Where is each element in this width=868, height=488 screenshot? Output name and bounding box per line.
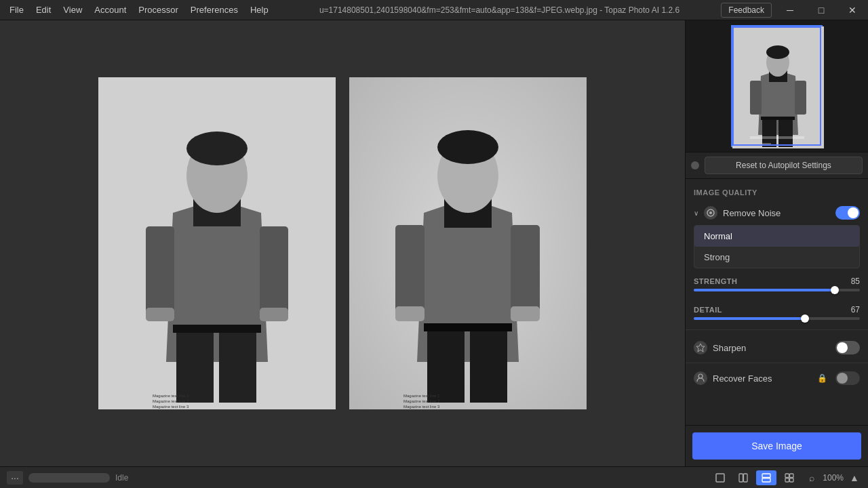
detail-thumb[interactable] [801, 314, 809, 323]
status-progress-bar [28, 473, 110, 483]
view-split-h-button[interactable] [733, 470, 753, 485]
svg-rect-9 [176, 328, 214, 403]
svg-text:Magazine text line 1: Magazine text line 1 [403, 394, 440, 398]
recover-faces-icon [694, 371, 707, 385]
svg-text:Magazine text line 2: Magazine text line 2 [403, 399, 440, 403]
after-photo-svg: Magazine text line 1 Magazine text line … [349, 77, 587, 409]
svg-rect-56 [785, 478, 789, 482]
svg-rect-40 [795, 81, 806, 115]
sharpen-icon [694, 341, 707, 354]
detail-track [694, 317, 860, 320]
svg-rect-44 [734, 143, 771, 146]
sidebar: Reset to Autopilot Settings IMAGE QUALIT… [685, 20, 868, 466]
before-photo-svg: Magazine text line 1 Magazine text line … [98, 77, 336, 409]
canvas-area[interactable]: Magazine text line 1 Magazine text line … [0, 20, 685, 466]
svg-marker-47 [696, 344, 705, 352]
main-area: Magazine text line 1 Magazine text line … [0, 20, 868, 466]
before-photo-panel: Magazine text line 1 Magazine text line … [98, 77, 336, 409]
detail-fill [694, 317, 805, 320]
menu-preferences[interactable]: Preferences [185, 3, 243, 17]
image-quality-header: IMAGE QUALITY [686, 186, 868, 202]
svg-rect-8 [260, 226, 288, 314]
sharpen-row: Sharpen [686, 337, 868, 359]
svg-rect-41 [762, 119, 776, 147]
svg-rect-42 [778, 119, 793, 147]
strength-label: STRENGTH [694, 277, 738, 285]
svg-point-23 [437, 130, 498, 164]
thumbnail-area [686, 20, 868, 152]
recover-faces-label: Recover Faces [713, 373, 812, 384]
menu-edit[interactable]: Edit [31, 3, 56, 17]
option-strong[interactable]: Strong [694, 247, 859, 268]
menu-help[interactable]: Help [245, 3, 274, 17]
zoom-expand-button[interactable]: ▲ [848, 471, 861, 485]
svg-rect-57 [790, 478, 794, 482]
svg-rect-29 [395, 306, 425, 321]
svg-rect-54 [785, 474, 789, 478]
reset-autopilot-button[interactable]: Reset to Autopilot Settings [705, 157, 863, 174]
strength-slider-section: STRENGTH 85 [686, 272, 868, 294]
strength-track [694, 289, 860, 291]
zoom-fit-button[interactable]: ⌕ [805, 471, 818, 485]
svg-text:Magazine text line 2: Magazine text line 2 [153, 399, 189, 403]
sharpen-label: Sharpen [713, 343, 830, 353]
close-button[interactable]: ✕ [837, 0, 868, 20]
menu-view[interactable]: View [58, 3, 87, 17]
zoom-level: 100% [823, 473, 844, 483]
remove-noise-options: Normal Strong [694, 225, 860, 268]
status-label: Idle [115, 473, 128, 483]
feedback-button[interactable]: Feedback [721, 3, 772, 18]
svg-point-38 [766, 45, 789, 59]
window-controls: ─ □ ✕ [774, 0, 868, 20]
svg-rect-28 [424, 323, 512, 331]
menu-file[interactable]: File [4, 3, 29, 17]
svg-point-48 [698, 374, 703, 378]
view-compare-button[interactable] [779, 470, 800, 485]
save-area: Save Image [686, 425, 868, 466]
menu-bar: File Edit View Account Processor Prefere… [0, 3, 278, 17]
svg-text:Magazine text line 3: Magazine text line 3 [153, 405, 189, 409]
svg-rect-25 [511, 225, 540, 314]
svg-rect-30 [511, 306, 540, 321]
save-image-button[interactable]: Save Image [692, 432, 861, 460]
svg-rect-43 [761, 117, 795, 120]
view-single-button[interactable] [710, 470, 730, 485]
svg-rect-55 [790, 474, 794, 478]
strength-thumb[interactable] [831, 286, 839, 294]
menu-processor[interactable]: Processor [133, 3, 184, 17]
view-mode-controls [710, 470, 800, 485]
maximize-button[interactable]: □ [806, 0, 837, 20]
option-normal[interactable]: Normal [694, 226, 859, 247]
view-split-v-button[interactable] [756, 470, 776, 485]
detail-value: 67 [841, 305, 860, 314]
recover-faces-row: Recover Faces 🔒 [686, 367, 868, 389]
autopilot-row: Reset to Autopilot Settings [686, 152, 868, 179]
thumbnail-scroll-indicator [750, 136, 804, 139]
svg-point-6 [186, 131, 248, 165]
svg-rect-49 [716, 474, 724, 482]
svg-rect-26 [427, 327, 465, 403]
strength-fill [694, 289, 835, 291]
bottom-left: ··· Idle [7, 471, 705, 485]
detail-slider-section: DETAIL 67 [686, 301, 868, 323]
menu-account[interactable]: Account [89, 3, 132, 17]
svg-rect-52 [762, 474, 770, 478]
minimize-button[interactable]: ─ [774, 0, 806, 20]
svg-rect-27 [470, 327, 507, 403]
svg-rect-13 [260, 308, 288, 321]
autopilot-indicator [691, 161, 699, 169]
svg-text:Magazine text line 1: Magazine text line 1 [153, 394, 189, 398]
options-dots-button[interactable]: ··· [7, 471, 23, 485]
remove-noise-row: ∨ Remove Noise [686, 202, 868, 224]
svg-rect-53 [762, 478, 770, 482]
svg-rect-51 [744, 474, 748, 482]
remove-noise-toggle[interactable] [835, 206, 860, 220]
sharpen-toggle[interactable] [835, 341, 860, 354]
svg-rect-39 [750, 81, 762, 115]
svg-rect-24 [395, 225, 425, 314]
remove-noise-icon [704, 206, 717, 220]
remove-noise-chevron[interactable]: ∨ [694, 209, 698, 217]
titlebar: File Edit View Account Processor Prefere… [0, 0, 868, 20]
remove-noise-label: Remove Noise [723, 208, 830, 218]
svg-rect-11 [173, 325, 261, 333]
